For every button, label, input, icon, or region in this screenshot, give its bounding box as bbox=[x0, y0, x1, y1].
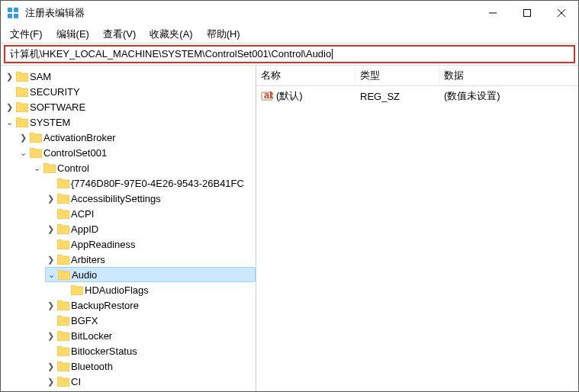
chevron-down-icon[interactable]: ⌄ bbox=[46, 269, 56, 280]
tree-item-bitlocker[interactable]: ❯BitLocker bbox=[45, 328, 256, 343]
folder-icon bbox=[16, 117, 28, 127]
tree-item-control[interactable]: ⌄Control bbox=[31, 160, 256, 175]
address-text: 计算机\HKEY_LOCAL_MACHINE\SYSTEM\ControlSet… bbox=[10, 47, 331, 61]
col-type[interactable]: 类型 bbox=[355, 66, 439, 85]
folder-icon bbox=[57, 255, 69, 265]
tree-label: BitlockerStatus bbox=[71, 345, 137, 357]
svg-rect-2 bbox=[8, 14, 12, 18]
folder-icon bbox=[57, 300, 69, 310]
tree-label: Bluetooth bbox=[71, 361, 113, 372]
folder-icon bbox=[57, 346, 69, 356]
window-controls bbox=[475, 1, 578, 25]
folder-icon bbox=[16, 72, 28, 82]
content-area: ❯SAM ❯SECURITY ❯SOFTWARE ⌄SYSTEM ❯Activa… bbox=[1, 65, 578, 391]
svg-rect-3 bbox=[14, 14, 18, 18]
tree-label: SYSTEM bbox=[30, 117, 70, 128]
addressbar-container: 计算机\HKEY_LOCAL_MACHINE\SYSTEM\ControlSet… bbox=[1, 43, 578, 65]
folder-icon bbox=[57, 209, 69, 219]
tree-label: SAM bbox=[30, 71, 51, 82]
chevron-right-icon[interactable]: ❯ bbox=[45, 361, 56, 371]
chevron-right-icon[interactable]: ❯ bbox=[18, 132, 28, 143]
close-button[interactable] bbox=[544, 1, 578, 25]
tree-item-arbiters[interactable]: ❯Arbiters bbox=[45, 252, 256, 267]
folder-icon bbox=[30, 148, 42, 158]
tree-item-audio[interactable]: ⌄Audio bbox=[45, 267, 256, 282]
tree-item-hdaudioflags[interactable]: ❯HDAudioFlags bbox=[59, 282, 256, 297]
tree-label: BitLocker bbox=[71, 330, 112, 342]
tree-label: Control bbox=[57, 162, 89, 174]
tree-item-guid[interactable]: ❯{7746D80F-97E0-4E26-9543-26B41FC bbox=[45, 175, 256, 191]
folder-icon bbox=[57, 178, 69, 188]
svg-text:ab: ab bbox=[264, 90, 273, 101]
tree-item-security[interactable]: ❯SECURITY bbox=[4, 84, 256, 99]
chevron-right-icon[interactable]: ❯ bbox=[4, 71, 14, 82]
chevron-down-icon[interactable]: ⌄ bbox=[31, 162, 42, 173]
col-name[interactable]: 名称 bbox=[256, 66, 355, 85]
chevron-right-icon[interactable]: ❯ bbox=[45, 330, 56, 341]
tree-item-controlset001[interactable]: ⌄ControlSet001 bbox=[18, 145, 256, 160]
folder-icon bbox=[30, 133, 42, 143]
value-name: (默认) bbox=[276, 89, 303, 103]
col-data[interactable]: 数据 bbox=[439, 66, 578, 85]
tree-item-bitlockerstatus[interactable]: ❯BitlockerStatus bbox=[45, 343, 256, 358]
tree-item-system[interactable]: ⌄SYSTEM bbox=[4, 114, 256, 130]
chevron-right-icon[interactable]: ❯ bbox=[45, 193, 56, 204]
tree-item-bluetooth[interactable]: ❯Bluetooth bbox=[45, 358, 256, 374]
tree-item-ci[interactable]: ❯CI bbox=[45, 374, 256, 389]
menu-view[interactable]: 查看(V) bbox=[97, 26, 142, 43]
tree-label: SECURITY bbox=[30, 86, 80, 98]
folder-icon bbox=[57, 194, 69, 204]
tree-label: AppReadiness bbox=[71, 239, 136, 250]
registry-tree: ❯SAM ❯SECURITY ❯SOFTWARE ⌄SYSTEM ❯Activa… bbox=[1, 69, 256, 389]
tree-label: Arbiters bbox=[71, 254, 105, 265]
tree-label: Audio bbox=[72, 269, 97, 281]
folder-icon bbox=[57, 331, 69, 341]
value-row[interactable]: ab (默认) REG_SZ (数值未设置) bbox=[256, 86, 578, 106]
tree-label: SOFTWARE bbox=[30, 101, 85, 113]
tree-label: ControlSet001 bbox=[43, 147, 107, 159]
app-icon bbox=[7, 7, 19, 19]
maximize-button[interactable] bbox=[510, 1, 544, 25]
chevron-right-icon[interactable]: ❯ bbox=[45, 300, 56, 310]
window-title: 注册表编辑器 bbox=[25, 6, 475, 20]
menu-edit[interactable]: 编辑(E) bbox=[50, 26, 95, 43]
folder-icon bbox=[57, 377, 69, 387]
menu-help[interactable]: 帮助(H) bbox=[201, 26, 246, 43]
string-value-icon: ab bbox=[261, 90, 273, 102]
tree-item-accessibility[interactable]: ❯AccessibilitySettings bbox=[45, 191, 256, 206]
tree-item-bgfx[interactable]: ❯BGFX bbox=[45, 313, 256, 328]
tree-item-acpi[interactable]: ❯ACPI bbox=[45, 206, 256, 221]
folder-icon bbox=[57, 361, 69, 371]
svg-rect-5 bbox=[523, 10, 530, 17]
tree-label: CI bbox=[71, 376, 81, 387]
tree-label: {7746D80F-97E0-4E26-9543-26B41FC bbox=[71, 178, 244, 189]
tree-item-appreadiness[interactable]: ❯AppReadiness bbox=[45, 236, 256, 252]
tree-item-software[interactable]: ❯SOFTWARE bbox=[4, 99, 256, 114]
tree-item-backuprestore[interactable]: ❯BackupRestore bbox=[45, 297, 256, 313]
chevron-down-icon[interactable]: ⌄ bbox=[4, 117, 14, 127]
tree-pane[interactable]: ❯SAM ❯SECURITY ❯SOFTWARE ⌄SYSTEM ❯Activa… bbox=[1, 66, 256, 391]
chevron-right-icon[interactable]: ❯ bbox=[4, 101, 14, 112]
chevron-right-icon[interactable]: ❯ bbox=[45, 223, 56, 234]
menu-file[interactable]: 文件(F) bbox=[4, 26, 49, 43]
folder-icon bbox=[57, 316, 69, 326]
tree-item-appid[interactable]: ❯AppID bbox=[45, 221, 256, 236]
chevron-right-icon[interactable]: ❯ bbox=[45, 254, 56, 265]
minimize-button[interactable] bbox=[475, 1, 510, 25]
menu-favorites[interactable]: 收藏夹(A) bbox=[143, 26, 198, 43]
value-type: REG_SZ bbox=[355, 88, 439, 104]
chevron-right-icon[interactable]: ❯ bbox=[45, 376, 56, 387]
folder-icon bbox=[16, 87, 28, 97]
folder-icon bbox=[71, 285, 83, 295]
tree-label: BGFX bbox=[71, 315, 98, 326]
svg-rect-0 bbox=[8, 8, 12, 12]
folder-icon bbox=[57, 239, 69, 249]
address-input[interactable]: 计算机\HKEY_LOCAL_MACHINE\SYSTEM\ControlSet… bbox=[4, 45, 575, 63]
tree-item-activationbroker[interactable]: ❯ActivationBroker bbox=[18, 130, 256, 145]
folder-icon bbox=[16, 102, 28, 112]
tree-label: BackupRestore bbox=[71, 300, 139, 311]
tree-label: ActivationBroker bbox=[43, 132, 116, 143]
tree-item-sam[interactable]: ❯SAM bbox=[4, 69, 256, 84]
values-pane[interactable]: 名称 类型 数据 ab (默认) REG_SZ (数值未设置) bbox=[256, 66, 578, 391]
chevron-down-icon[interactable]: ⌄ bbox=[18, 147, 28, 158]
